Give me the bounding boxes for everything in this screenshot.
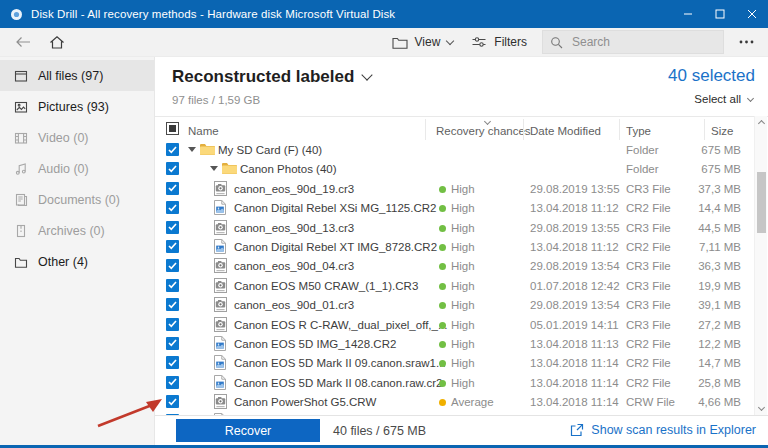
page-title: Reconstructed labeled <box>172 67 354 87</box>
table-row[interactable]: canon_eos_90d_19.cr3High29.08.2019 13:55… <box>155 179 754 198</box>
column-header-name[interactable]: Name <box>188 125 219 137</box>
table-row[interactable]: Canon EOS 5D IMG_1428.CR2High13.04.2018 … <box>155 334 754 353</box>
date-modified-value: 29.08.2019 13:55 <box>530 183 620 195</box>
sidebar-item-archives[interactable]: Archives (0) <box>0 215 154 246</box>
row-checkbox[interactable] <box>166 356 179 369</box>
raw-file-icon <box>214 258 227 273</box>
file-size-value: 36,3 MB <box>698 260 741 272</box>
table-row[interactable]: Canon EOS 5D Mark II 09.canon.sraw1...Hi… <box>155 353 754 372</box>
column-header-date[interactable]: Date Modified <box>530 125 601 137</box>
recovery-chance-value: High <box>451 357 475 369</box>
column-header-size[interactable]: Size <box>711 125 733 137</box>
row-checkbox[interactable] <box>166 337 179 350</box>
sidebar-item-all-files[interactable]: All files (97) <box>0 60 154 91</box>
row-checkbox[interactable] <box>166 240 179 253</box>
row-checkbox[interactable] <box>166 143 179 156</box>
table-row[interactable]: My SD Card (F) (40)Folder675 MB <box>155 140 754 159</box>
select-all-checkbox[interactable] <box>166 122 179 135</box>
sidebar-item-label: Audio (0) <box>38 162 89 176</box>
minimize-button[interactable] <box>672 0 704 28</box>
row-checkbox[interactable] <box>166 201 179 214</box>
file-name: canon_eos_90d_04.cr3 <box>234 260 354 272</box>
back-button[interactable] <box>9 30 36 55</box>
file-type-value: CR3 File <box>626 260 671 272</box>
title-bar: Disk Drill - All recovery methods - Hard… <box>0 0 768 28</box>
folder-icon <box>200 142 215 155</box>
filters-icon <box>471 35 487 49</box>
file-type-value: CR3 File <box>626 183 671 195</box>
close-button[interactable] <box>736 0 768 28</box>
row-checkbox[interactable] <box>166 395 179 408</box>
sidebar-item-label: Documents (0) <box>38 193 120 207</box>
file-size-value: 19,9 MB <box>698 280 741 292</box>
row-checkbox[interactable] <box>166 182 179 195</box>
row-checkbox[interactable] <box>166 376 179 389</box>
select-all-dropdown[interactable]: Select all <box>694 93 753 105</box>
table-row[interactable]: Canon Digital Rebel XSi MG_1125.CR2High1… <box>155 198 754 217</box>
raw-file-icon <box>214 297 227 312</box>
view-button[interactable]: View <box>383 30 463 55</box>
row-checkbox[interactable] <box>166 298 179 311</box>
scrollbar-thumb[interactable] <box>757 172 766 233</box>
file-name: Canon Digital Rebel XSi MG_1125.CR2 <box>234 202 436 214</box>
row-checkbox[interactable] <box>166 279 179 292</box>
home-button[interactable] <box>43 30 70 55</box>
table-row[interactable]: canon_eos_90d_01.cr3High29.08.2019 13:54… <box>155 295 754 314</box>
file-list: My SD Card (F) (40)Folder675 MBCanon Pho… <box>155 140 754 416</box>
recover-button[interactable]: Recover <box>176 419 320 442</box>
pictures-icon <box>13 99 29 115</box>
date-modified-value: 13.04.2018 11:13 <box>530 338 619 350</box>
chevron-down-icon <box>362 69 373 80</box>
sidebar-item-pictures[interactable]: Pictures (93) <box>0 91 154 122</box>
column-header-chance[interactable]: Recovery chances <box>436 125 531 137</box>
row-checkbox[interactable] <box>166 162 179 175</box>
high-chance-dot <box>439 302 446 309</box>
row-checkbox[interactable] <box>166 221 179 234</box>
table-row[interactable]: canon_eos_90d_04.cr3High29.08.2019 13:54… <box>155 256 754 275</box>
sort-indicator-icon <box>484 118 491 125</box>
table-row[interactable]: Canon Photos (40)Folder675 MB <box>155 159 754 178</box>
table-row[interactable]: canon_eos_90d_13.cr3High29.08.2019 13:55… <box>155 218 754 237</box>
date-modified-value: 13.04.2018 11:14 <box>530 357 619 369</box>
scroll-down-icon[interactable] <box>758 404 765 411</box>
file-size-value: 7,11 MB <box>699 241 741 253</box>
table-row[interactable]: Canon EOS R C-RAW,_dual_pixel_off,_...Hi… <box>155 315 754 334</box>
sidebar-item-audio[interactable]: Audio (0) <box>0 153 154 184</box>
row-checkbox[interactable] <box>166 259 179 272</box>
table-row[interactable]: Canon PowerShot G5.CRWAverage13.04.2018 … <box>155 392 754 411</box>
file-name: Canon EOS 5D Mark II 08.canon.raw.cr2 <box>234 377 442 389</box>
image-file-icon <box>214 375 226 390</box>
recovery-chance-value: High <box>451 338 475 350</box>
file-name: Canon Photos (40) <box>240 163 337 175</box>
show-in-explorer-link[interactable]: Show scan results in Explorer <box>570 423 756 437</box>
high-chance-dot <box>439 283 446 290</box>
search-box[interactable] <box>542 30 724 54</box>
main-panel: Reconstructed labeled 97 files / 1,59 GB… <box>155 57 768 445</box>
row-checkbox[interactable] <box>166 318 179 331</box>
high-chance-dot <box>439 341 446 348</box>
sidebar-item-other[interactable]: Other (4) <box>0 246 154 277</box>
search-input[interactable] <box>570 34 694 50</box>
table-row[interactable]: Canon EOS M50 CRAW_(1_1).CR3High01.07.20… <box>155 276 754 295</box>
maximize-button[interactable] <box>704 0 736 28</box>
file-type-value: CRW File <box>626 396 675 408</box>
vertical-scrollbar[interactable] <box>754 116 767 415</box>
sidebar-item-video[interactable]: Video (0) <box>0 122 154 153</box>
file-type-value: CR2 File <box>626 202 671 214</box>
expander-icon[interactable] <box>188 147 196 152</box>
scroll-up-icon[interactable] <box>758 120 765 127</box>
file-size-value: 12,2 MB <box>698 338 741 350</box>
filters-button[interactable]: Filters <box>462 30 536 55</box>
sidebar-item-documents[interactable]: Documents (0) <box>0 184 154 215</box>
high-chance-dot <box>439 225 446 232</box>
table-row[interactable]: Canon EOS 5D Mark II 08.canon.raw.cr2Hig… <box>155 373 754 392</box>
recovery-chance-value: High <box>451 260 475 272</box>
more-options-button[interactable] <box>733 30 759 55</box>
expander-icon[interactable] <box>210 166 218 171</box>
column-header-type[interactable]: Type <box>626 125 651 137</box>
recovery-chance-value: High <box>451 222 475 234</box>
file-size-value: 44,5 MB <box>698 222 741 234</box>
raw-file-icon <box>214 394 227 409</box>
scan-session-selector[interactable]: Reconstructed labeled <box>172 67 371 87</box>
table-row[interactable]: Canon Digital Rebel XT IMG_8728.CR2High1… <box>155 237 754 256</box>
